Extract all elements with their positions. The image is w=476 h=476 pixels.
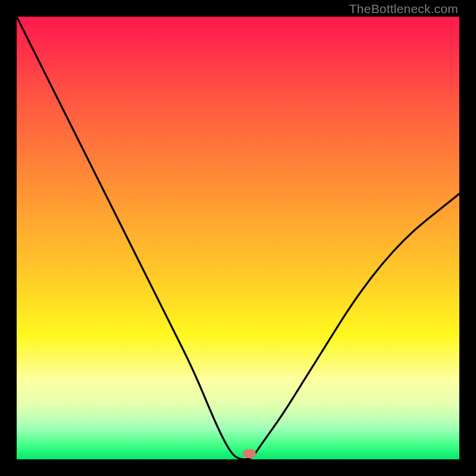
watermark-text: TheBottleneck.com [349,2,458,16]
optimal-point-marker [243,449,256,458]
bottleneck-curve [17,17,459,459]
